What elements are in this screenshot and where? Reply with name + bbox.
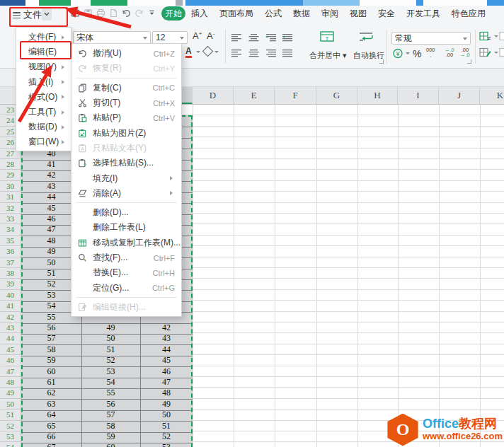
tab-home-active[interactable]: 开始 — [161, 6, 185, 21]
cell-B43[interactable]: 49 — [81, 323, 140, 333]
table-style-icon[interactable] — [479, 47, 491, 58]
row-header-49[interactable]: 49 — [0, 388, 21, 398]
increase-font-button[interactable]: A+ — [193, 30, 202, 41]
edit-menu-item-13[interactable]: 查找(F)...Ctrl+F — [71, 250, 181, 265]
edit-menu-item-4[interactable]: 粘贴(P)Ctrl+V — [71, 110, 181, 125]
row-header-35[interactable]: 35 — [0, 236, 21, 246]
row-header-39[interactable]: 39 — [0, 279, 21, 289]
edit-menu-item-8[interactable]: 填充(I) — [71, 170, 181, 185]
save-icon[interactable] — [84, 8, 93, 18]
percent-style-button[interactable]: % — [413, 48, 421, 59]
align-icon-0[interactable] — [231, 32, 243, 40]
row-header-43[interactable]: 43 — [0, 323, 21, 333]
merge-center-button[interactable]: 合并居中 ▾ — [309, 50, 347, 61]
cell-A44[interactable]: 57 — [21, 333, 81, 344]
cell-A48[interactable]: 61 — [21, 377, 81, 388]
edit-menu-item-0[interactable]: 撤消(U)Ctrl+Z — [71, 46, 181, 61]
row-header-41[interactable]: 41 — [0, 301, 21, 311]
row-header-38[interactable]: 38 — [0, 268, 21, 279]
row-header-36[interactable]: 36 — [0, 246, 21, 257]
merge-center-icon[interactable]: T — [320, 31, 334, 42]
column-header-D[interactable]: D — [193, 87, 234, 104]
file-menu-item-6[interactable]: 数据(D) — [16, 120, 71, 134]
font-size-select[interactable]: 12 — [152, 31, 188, 44]
column-header-K[interactable]: K — [480, 87, 504, 104]
edit-menu-item-10[interactable]: 删除(D)... — [71, 205, 181, 220]
cell-A51[interactable]: 64 — [21, 410, 81, 420]
cell-B52[interactable]: 58 — [81, 421, 140, 431]
align-icon-1[interactable] — [248, 32, 260, 40]
cell-B44[interactable]: 50 — [81, 333, 140, 344]
file-menu-item-7[interactable]: 窗口(W) — [16, 134, 71, 149]
cell-A54[interactable]: 67 — [21, 442, 81, 447]
file-menu-item-4[interactable]: 格式(O) — [16, 90, 71, 105]
decrease-font-button[interactable]: A- — [207, 30, 214, 41]
row-header-30[interactable]: 30 — [0, 181, 21, 192]
row-header-47[interactable]: 47 — [0, 366, 21, 377]
tab-4[interactable]: 数据 — [293, 8, 310, 20]
edit-menu-item-2[interactable]: 复制(C)Ctrl+C — [71, 81, 181, 95]
cell-A53[interactable]: 66 — [21, 431, 81, 442]
cell-A50[interactable]: 63 — [21, 399, 81, 410]
row-header-34[interactable]: 34 — [0, 224, 21, 235]
align-icon-2[interactable] — [265, 32, 277, 40]
tab-7[interactable]: 安全 — [378, 8, 395, 20]
cell-C44[interactable]: 43 — [140, 333, 193, 344]
file-menu-button[interactable]: 文件 — [23, 8, 42, 21]
tab-8[interactable]: 开发工具 — [406, 8, 440, 20]
edit-menu-item-15[interactable]: 定位(G)...Ctrl+G — [71, 280, 181, 295]
file-menu-item-1[interactable]: 编辑(E) — [16, 45, 71, 59]
edit-menu-item-14[interactable]: 替换(E)...Ctrl+H — [71, 265, 181, 280]
row-header-28[interactable]: 28 — [0, 159, 21, 170]
file-menu-item-3[interactable]: 插入(I) — [16, 75, 71, 90]
conditional-format-icon[interactable]: ≠ — [479, 31, 491, 42]
align-icon-3[interactable] — [282, 32, 294, 40]
tab-1[interactable]: 插入 — [191, 8, 208, 20]
cell-A46[interactable]: 59 — [21, 355, 81, 366]
undo-icon[interactable] — [122, 8, 131, 18]
file-menu-item-0[interactable]: 文件(F) — [16, 30, 71, 45]
cell-A47[interactable]: 60 — [21, 366, 81, 377]
row-header-51[interactable]: 51 — [0, 410, 21, 420]
edit-menu-item-11[interactable]: 删除工作表(L) — [71, 220, 181, 235]
currency-icon[interactable]: ¥ — [393, 48, 404, 59]
decrease-decimal-button[interactable]: .00→.0 — [460, 47, 470, 57]
number-format-select[interactable]: 常规 — [391, 32, 471, 45]
tab-9[interactable]: 特色应用 — [452, 8, 486, 20]
cell-B47[interactable]: 53 — [81, 366, 140, 377]
tab-5[interactable]: 审阅 — [321, 8, 338, 20]
cell-C48[interactable]: 47 — [140, 377, 193, 388]
tab-6[interactable]: 视图 — [350, 8, 367, 20]
dialog-launcher-icon[interactable] — [379, 59, 384, 64]
cell-C47[interactable]: 46 — [140, 366, 193, 377]
cell-B51[interactable]: 57 — [81, 410, 140, 420]
chevron-down-icon[interactable] — [214, 51, 219, 55]
row-header-52[interactable]: 52 — [0, 421, 21, 431]
dialog-launcher-icon[interactable] — [467, 59, 471, 64]
comma-style-button[interactable]: 000, — [426, 47, 435, 57]
cell-A52[interactable]: 65 — [21, 421, 81, 431]
cell-B49[interactable]: 55 — [81, 388, 140, 398]
row-header-48[interactable]: 48 — [0, 377, 21, 388]
cell-C45[interactable]: 44 — [140, 344, 193, 355]
chevron-down-icon[interactable] — [494, 35, 498, 40]
chevron-down-icon[interactable] — [494, 52, 498, 56]
row-header-31[interactable]: 31 — [0, 192, 21, 202]
edit-menu-item-5[interactable]: 粘贴为图片(Z) — [71, 125, 181, 140]
cell-C43[interactable]: 42 — [140, 323, 193, 333]
column-header-F[interactable]: F — [275, 87, 316, 104]
column-header-E[interactable]: E — [234, 87, 275, 104]
cell-C50[interactable]: 49 — [140, 399, 193, 410]
cell-C52[interactable]: 51 — [140, 421, 193, 431]
column-header-J[interactable]: J — [439, 87, 480, 104]
wrap-text-icon[interactable] — [358, 31, 374, 42]
cell-A49[interactable]: 62 — [21, 388, 81, 398]
font-name-select[interactable]: 宋体 — [73, 31, 151, 44]
fill-color-icon[interactable] — [202, 46, 214, 57]
cell-C51[interactable]: 50 — [140, 410, 193, 420]
column-header-I[interactable]: I — [398, 87, 439, 104]
font-color-button[interactable]: A — [185, 47, 192, 58]
file-menu-item-5[interactable]: 工具(T) — [16, 105, 71, 120]
column-header-G[interactable]: G — [316, 87, 357, 104]
align-icon-7[interactable] — [282, 47, 294, 56]
